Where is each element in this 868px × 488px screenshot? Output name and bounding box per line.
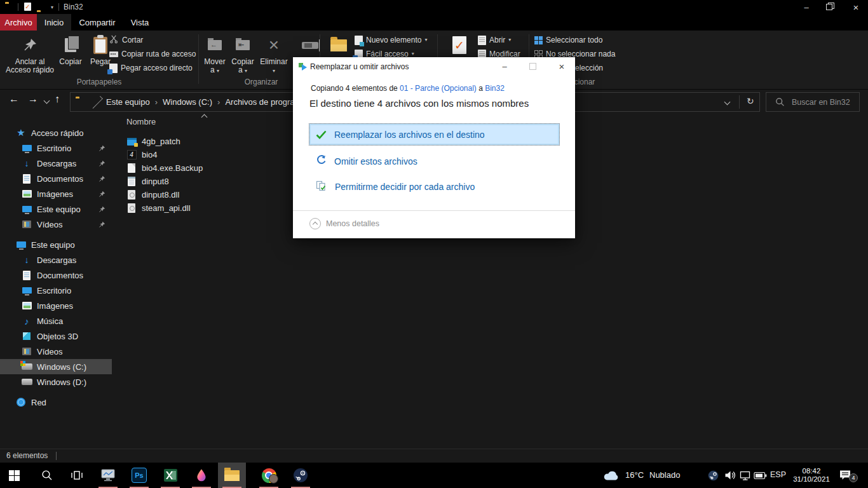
select-all-label: Seleccionar todo (546, 36, 602, 44)
sidebar-item-videos[interactable]: Vídeos (0, 217, 112, 232)
taskbar-app-chrome[interactable] (255, 463, 283, 488)
restore-icon (826, 4, 832, 10)
caret-down-icon: ▾ (508, 37, 511, 43)
option-decide-each-file[interactable]: Permitirme decidir por cada archivo (316, 180, 475, 194)
file-row-dinput8[interactable]: dinput8 (126, 175, 169, 188)
back-button[interactable]: ← (9, 93, 19, 105)
taskbar-app-paint-drop[interactable] (187, 463, 215, 488)
qat-properties-icon[interactable]: ✓ (24, 3, 31, 11)
clock[interactable]: 08:42 31/10/2021 (792, 467, 831, 484)
battery-icon[interactable] (754, 471, 767, 488)
file-row-bio4-backup[interactable]: bio4.exe.Backup (126, 161, 203, 175)
sidebar-item-pc-imagenes[interactable]: Imágenes (0, 298, 112, 313)
file-icon (126, 163, 137, 173)
destination-folder-link[interactable]: Bin32 (485, 84, 505, 93)
notepad-file-icon (126, 177, 137, 186)
weather-temperature[interactable]: 16°C (625, 470, 644, 480)
dialog-close-button[interactable]: × (553, 60, 570, 72)
collapse-details-button[interactable] (309, 218, 321, 229)
sidebar-section-quick-access[interactable]: ★ Acceso rápido (0, 125, 112, 140)
sidebar-section-network[interactable]: Red (0, 395, 112, 410)
sidebar-item-pc-escritorio[interactable]: Escritorio (0, 283, 112, 298)
pin-icon (98, 190, 105, 200)
dialog-titlebar: Reemplazar u omitir archivos – × (293, 57, 575, 76)
pin-button-label: Anclar al Acceso rápido (5, 58, 55, 74)
new-item-button[interactable]: Nuevo elemento ▾ (355, 34, 427, 46)
language-indicator[interactable]: ESP (770, 470, 786, 479)
file-row-steam-api-dll[interactable]: steam_api.dll (126, 201, 191, 215)
tab-archivo[interactable]: Archivo (0, 14, 37, 30)
tray-steam-icon[interactable] (708, 470, 719, 488)
refresh-icon[interactable]: ↻ (747, 96, 754, 106)
dialog-title: Reemplazar u omitir archivos (310, 62, 409, 71)
breadcrumb-item-windows-c[interactable]: Windows (C:) (163, 97, 212, 107)
taskbar-app-steam[interactable] (287, 463, 315, 488)
file-row-bio4[interactable]: 4 bio4 (126, 148, 158, 161)
forward-button[interactable]: → (28, 93, 38, 105)
select-all-button[interactable]: Seleccionar todo (534, 34, 602, 46)
sidebar-section-this-pc[interactable]: Este equipo (0, 237, 112, 252)
dialog-maximize-button[interactable] (524, 60, 541, 72)
quick-access-star-icon: ★ (15, 127, 27, 139)
weather-description[interactable]: Nublado (649, 470, 680, 480)
sidebar: ★ Acceso rápido Escritorio ↓ Descargas D… (0, 114, 114, 449)
task-view-button[interactable] (63, 463, 91, 488)
copy-path-button[interactable]: Copiar ruta de acceso (109, 48, 196, 60)
up-button[interactable]: ↑ (55, 93, 60, 105)
minimize-button[interactable]: – (796, 0, 817, 14)
pin-icon (98, 175, 105, 184)
download-icon: ↓ (21, 158, 32, 168)
sort-ascending-icon[interactable] (201, 114, 208, 121)
address-dropdown-chevron-icon[interactable] (724, 99, 731, 105)
sidebar-item-windows-c[interactable]: Windows (C:) (0, 359, 112, 374)
pin-icon (98, 144, 105, 154)
column-header-nombre[interactable]: Nombre (126, 117, 156, 126)
less-details-label[interactable]: Menos detalles (326, 219, 379, 228)
ribbon-tab-row: Archivo Inicio Compartir Vista (0, 14, 868, 30)
weather-cloud-icon[interactable] (602, 469, 620, 488)
search-input[interactable] (790, 95, 858, 110)
open-button[interactable]: Abrir ▾ (478, 34, 511, 46)
taskbar-app-explorer[interactable] (218, 463, 246, 488)
start-button[interactable] (0, 463, 28, 488)
qat-caret-icon[interactable]: ▾ (51, 5, 53, 10)
tab-compartir[interactable]: Compartir (76, 14, 118, 30)
recent-locations-chevron-icon[interactable] (44, 98, 50, 104)
option-skip-files[interactable]: Omitir estos archivos (316, 154, 417, 168)
file-row-4gb-patch[interactable]: 4gb_patch (126, 135, 180, 148)
sidebar-item-pc-objetos-3d[interactable]: Objetos 3D (0, 329, 112, 344)
close-button[interactable]: × (845, 0, 867, 14)
sidebar-item-pc-documentos[interactable]: Documentos (0, 268, 112, 283)
sidebar-item-pc-videos[interactable]: Vídeos (0, 344, 112, 359)
move-to-icon: ← (201, 34, 228, 56)
dialog-minimize-button[interactable]: – (496, 60, 513, 72)
taskbar-app-excel[interactable] (156, 463, 184, 488)
move-to-label: Mover a ▾ (201, 58, 228, 74)
option-replace-files[interactable]: Reemplazar los archivos en el destino (309, 123, 560, 146)
breadcrumb-item-este-equipo[interactable]: Este equipo (106, 97, 150, 107)
sidebar-item-documentos[interactable]: Documentos (0, 171, 112, 186)
restore-button[interactable] (818, 0, 840, 14)
sidebar-item-imagenes[interactable]: Imágenes (0, 186, 112, 201)
taskbar-app-monitor[interactable] (94, 463, 122, 488)
source-folder-link[interactable]: 01 - Parche (Opcional) (400, 84, 477, 93)
sidebar-item-pc-musica[interactable]: ♪ Música (0, 313, 112, 329)
network-icon[interactable] (740, 471, 751, 488)
tab-inicio[interactable]: Inicio (37, 14, 71, 30)
application-icon (126, 138, 137, 146)
sidebar-item-windows-d[interactable]: Windows (D:) (0, 374, 112, 390)
taskbar-app-photoshop[interactable]: Ps (125, 463, 153, 488)
taskbar-search-button[interactable] (33, 463, 61, 488)
volume-icon[interactable] (724, 470, 736, 488)
file-row-dinput8-dll[interactable]: dinput8.dll (126, 188, 179, 201)
caret-down-icon: ▾ (412, 51, 414, 57)
tab-vista[interactable]: Vista (123, 14, 156, 30)
paste-shortcut-button[interactable]: Pegar acceso directo (109, 62, 193, 74)
cut-button[interactable]: Cortar (109, 34, 143, 46)
sidebar-item-pc-descargas[interactable]: ↓ Descargas (0, 252, 112, 268)
search-box[interactable] (766, 92, 860, 112)
this-pc-icon (15, 241, 27, 248)
sidebar-item-descargas[interactable]: ↓ Descargas (0, 156, 112, 171)
sidebar-item-este-equipo-quick[interactable]: Este equipo (0, 201, 112, 217)
sidebar-item-escritorio[interactable]: Escritorio (0, 140, 112, 156)
